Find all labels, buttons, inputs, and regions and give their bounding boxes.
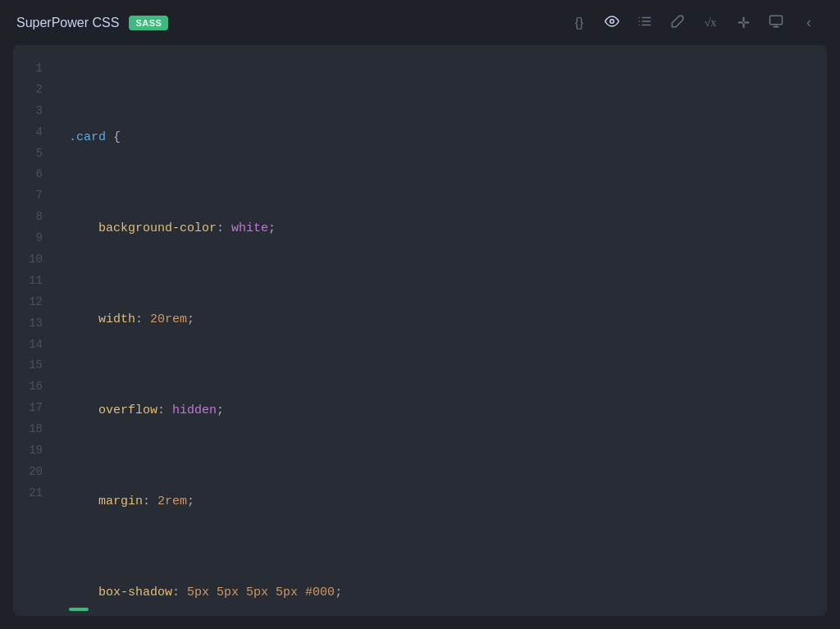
list-button[interactable]: [630, 8, 660, 38]
line-num-13: 13: [26, 313, 43, 335]
line-num-6: 6: [26, 164, 43, 185]
braces-button[interactable]: {}: [564, 8, 594, 38]
asterisk-button[interactable]: ✛: [728, 8, 758, 38]
line-num-10: 10: [26, 249, 43, 271]
monitor-button[interactable]: [761, 8, 791, 38]
line-num-21: 21: [26, 483, 43, 504]
header: SuperPower CSS SASS {}: [0, 0, 840, 45]
line-num-1: 1: [26, 58, 43, 80]
toolbar: {}: [564, 8, 824, 38]
svg-rect-7: [770, 16, 783, 25]
code-line-2: background-color: white;: [69, 217, 814, 240]
sqrt-icon: √x: [705, 16, 717, 30]
line-num-16: 16: [26, 376, 43, 398]
line-num-15: 15: [26, 355, 43, 376]
svg-point-0: [610, 19, 614, 23]
line-num-2: 2: [26, 80, 43, 101]
line-num-7: 7: [26, 185, 43, 207]
line-num-3: 3: [26, 101, 43, 122]
app-title: SuperPower CSS: [16, 16, 119, 30]
line-num-18: 18: [26, 419, 43, 440]
line-numbers: 1 2 3 4 5 6 7 8 9 10 11 12 13 14 15 16 1…: [13, 58, 56, 595]
line-num-8: 8: [26, 207, 43, 228]
code-line-6: box-shadow: 5px 5px 5px 5px #000;: [69, 581, 814, 604]
line-num-9: 9: [26, 228, 43, 249]
monitor-icon: [769, 14, 783, 32]
line-num-20: 20: [26, 462, 43, 483]
braces-icon: {}: [575, 16, 584, 30]
line-num-19: 19: [26, 440, 43, 462]
line-num-17: 17: [26, 398, 43, 419]
eye-button[interactable]: [597, 8, 627, 38]
sass-badge: SASS: [129, 16, 168, 30]
sqrt-button[interactable]: √x: [696, 8, 725, 38]
code-line-5: margin: 2rem;: [69, 490, 814, 513]
chevron-left-icon: ‹: [806, 14, 811, 31]
chevron-button[interactable]: ‹: [794, 8, 824, 38]
line-num-14: 14: [26, 335, 43, 356]
line-num-4: 4: [26, 122, 43, 144]
cursor-indicator: [69, 608, 89, 611]
header-left: SuperPower CSS SASS: [16, 16, 168, 30]
brush-icon: [670, 14, 685, 32]
code-editor[interactable]: .card { background-color: white; width: …: [56, 58, 827, 595]
line-num-11: 11: [26, 271, 43, 292]
asterisk-icon: ✛: [737, 14, 750, 32]
line-num-5: 5: [26, 144, 43, 165]
eye-icon: [605, 14, 619, 32]
code-area[interactable]: 1 2 3 4 5 6 7 8 9 10 11 12 13 14 15 16 1…: [13, 45, 827, 608]
app-container: SuperPower CSS SASS {}: [0, 0, 840, 629]
line-num-12: 12: [26, 292, 43, 313]
code-line-4: overflow: hidden;: [69, 399, 814, 422]
brush-button[interactable]: [663, 8, 692, 38]
list-icon: [637, 14, 652, 32]
code-line-1: .card {: [69, 126, 814, 149]
editor-container: 1 2 3 4 5 6 7 8 9 10 11 12 13 14 15 16 1…: [13, 45, 827, 616]
code-line-3: width: 20rem;: [69, 308, 814, 331]
